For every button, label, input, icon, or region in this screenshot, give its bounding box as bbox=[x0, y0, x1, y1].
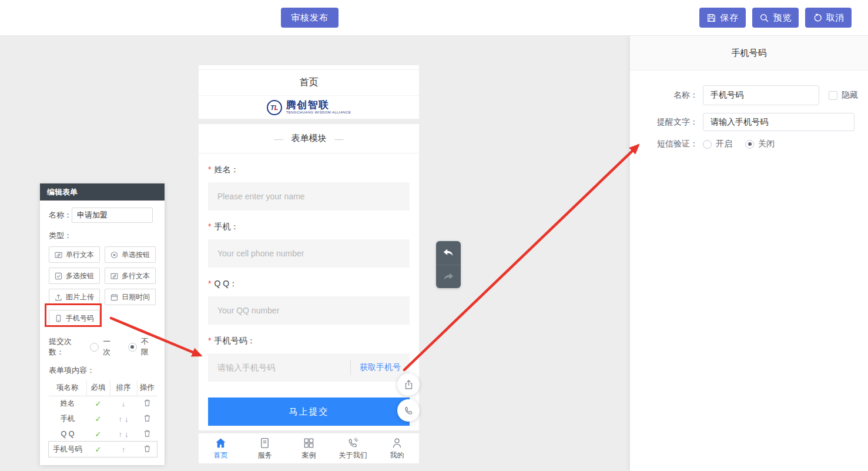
type-button-multi-line-text[interactable]: 多行文本 bbox=[105, 268, 156, 284]
edit-form-panel-title: 编辑表单 bbox=[40, 183, 165, 201]
undo-button[interactable] bbox=[436, 241, 461, 265]
undo-icon bbox=[442, 246, 455, 259]
text-edit-icon bbox=[55, 251, 62, 259]
share-icon bbox=[403, 379, 414, 390]
required-mark: * bbox=[208, 165, 211, 174]
type-button-radio[interactable]: 单选按钮 bbox=[105, 246, 156, 263]
checkbox-icon bbox=[55, 272, 62, 280]
field-label-name: *姓名： bbox=[208, 165, 410, 175]
call-fab[interactable] bbox=[397, 399, 420, 422]
sms-on-radio[interactable] bbox=[703, 140, 712, 149]
preview-button-label: 预览 bbox=[773, 12, 792, 24]
submit-times-label: 提交次数： bbox=[49, 336, 86, 358]
delete-button[interactable] bbox=[143, 400, 151, 409]
topbar-actions: 保存 预览 取消 bbox=[699, 8, 852, 28]
type-button-datetime[interactable]: 日期时间 bbox=[105, 289, 156, 305]
form-items-table: 项名称 必填 排序 操作 姓名 ✓ ↓ 手机 ✓ bbox=[49, 380, 157, 457]
nav-item-home[interactable]: 首页 bbox=[199, 433, 243, 463]
calendar-icon bbox=[110, 293, 118, 301]
hide-checkbox-label: 隐藏 bbox=[842, 90, 858, 101]
nav-item-mine[interactable]: 我的 bbox=[375, 433, 419, 463]
logo-monogram-icon: TL bbox=[267, 100, 282, 115]
get-phone-number-link[interactable]: 获取手机号 bbox=[351, 362, 410, 373]
phone-handset-icon bbox=[403, 405, 414, 416]
logo-text: 腾创智联 bbox=[286, 100, 351, 111]
field-label-mobile: *手机： bbox=[208, 222, 410, 232]
search-icon bbox=[759, 13, 769, 23]
settings-panel-title: 手机号码 bbox=[630, 36, 868, 71]
publish-button-label: 审核发布 bbox=[291, 12, 329, 24]
type-button-image-upload[interactable]: 图片上传 bbox=[49, 289, 100, 305]
type-button-checkbox[interactable]: 多选按钮 bbox=[49, 268, 100, 284]
mobile-input[interactable] bbox=[208, 239, 410, 268]
form-module-title: 表单模块 bbox=[291, 133, 327, 144]
required-mark: * bbox=[208, 336, 211, 345]
move-down-button[interactable]: ↓ bbox=[120, 399, 127, 408]
move-up-button[interactable]: ↑ bbox=[120, 445, 127, 454]
table-row: 姓名 ✓ ↓ bbox=[49, 396, 157, 411]
sms-off-radio[interactable] bbox=[745, 140, 754, 149]
phone-number-input[interactable] bbox=[208, 353, 350, 382]
cancel-button-label: 取消 bbox=[826, 12, 845, 24]
nav-item-cases[interactable]: 案例 bbox=[287, 433, 331, 463]
move-up-button[interactable]: ↑ bbox=[118, 415, 124, 423]
form-module-header: — 表单模块 — bbox=[199, 124, 419, 153]
check-icon: ✓ bbox=[95, 415, 102, 423]
person-icon bbox=[391, 437, 403, 449]
name-input[interactable] bbox=[208, 182, 410, 211]
submit-button[interactable]: 马上提交 bbox=[208, 397, 410, 426]
nav-item-services[interactable]: 服务 bbox=[243, 433, 287, 463]
required-mark: * bbox=[208, 279, 211, 288]
settings-hint-input[interactable] bbox=[703, 113, 854, 131]
move-up-button[interactable]: ↑ bbox=[118, 430, 124, 439]
submit-unlimited-radio[interactable] bbox=[128, 343, 137, 352]
edit-form-panel: 编辑表单 名称： 类型： 单行文本 单选按钮 多选按钮 bbox=[40, 183, 165, 465]
settings-name-label: 名称： bbox=[649, 90, 698, 101]
submit-once-radio[interactable] bbox=[90, 343, 99, 352]
redo-button[interactable] bbox=[436, 265, 461, 288]
settings-sms-label: 短信验证： bbox=[649, 139, 698, 149]
delete-button[interactable] bbox=[143, 431, 151, 439]
form-name-row: 名称： bbox=[49, 208, 156, 223]
save-button[interactable]: 保存 bbox=[699, 8, 746, 28]
nav-item-about[interactable]: 关于我们 bbox=[331, 433, 375, 463]
check-icon: ✓ bbox=[95, 399, 102, 408]
settings-panel: 手机号码 名称： 隐藏 提醒文字： 短信验证： 开启 bbox=[630, 36, 868, 471]
settings-sms-row: 短信验证： 开启 关闭 bbox=[649, 139, 868, 149]
type-button-single-line-text[interactable]: 单行文本 bbox=[49, 246, 100, 263]
item-name: Q Q bbox=[49, 426, 86, 442]
move-down-button[interactable]: ↓ bbox=[123, 415, 130, 423]
settings-name-input[interactable] bbox=[703, 85, 819, 105]
move-down-button[interactable]: ↓ bbox=[123, 430, 130, 439]
hide-checkbox[interactable] bbox=[829, 91, 837, 100]
submit-unlimited-label: 不限 bbox=[141, 336, 156, 358]
type-button-phone-number[interactable]: 手机号码 bbox=[49, 310, 100, 326]
settings-name-row: 名称： 隐藏 bbox=[649, 85, 868, 105]
cancel-button[interactable]: 取消 bbox=[805, 8, 852, 28]
form-items-label: 表单项内容： bbox=[49, 365, 156, 376]
save-icon bbox=[706, 13, 716, 23]
publish-button[interactable]: 审核发布 bbox=[281, 8, 339, 28]
save-button-label: 保存 bbox=[720, 12, 739, 24]
undo-circle-icon bbox=[812, 13, 822, 23]
form-name-input[interactable] bbox=[72, 208, 153, 223]
col-item-name: 项名称 bbox=[49, 380, 86, 396]
check-icon: ✓ bbox=[95, 430, 102, 439]
grid-icon bbox=[303, 437, 315, 449]
qq-input[interactable] bbox=[208, 296, 410, 325]
submit-times-row: 提交次数： 一次 不限 bbox=[49, 336, 156, 358]
home-icon bbox=[215, 437, 227, 449]
history-controls bbox=[436, 241, 461, 288]
redo-icon bbox=[442, 270, 455, 283]
table-row: Q Q ✓ ↑↓ bbox=[49, 426, 157, 442]
settings-hint-label: 提醒文字： bbox=[649, 117, 698, 128]
phone-bottom-nav: 首页 服务 案例 关于我们 我的 bbox=[199, 433, 419, 463]
item-name: 手机 bbox=[49, 411, 86, 426]
delete-button[interactable] bbox=[143, 446, 151, 455]
form-fields: *姓名： *手机： *Q Q： *手机号码： 获取手机号 bbox=[199, 165, 419, 426]
preview-button[interactable]: 预览 bbox=[752, 8, 799, 28]
topbar: 审核发布 保存 预览 取消 bbox=[0, 0, 868, 36]
share-fab[interactable] bbox=[397, 373, 420, 396]
delete-button[interactable] bbox=[143, 416, 151, 424]
type-label: 类型： bbox=[49, 231, 156, 241]
